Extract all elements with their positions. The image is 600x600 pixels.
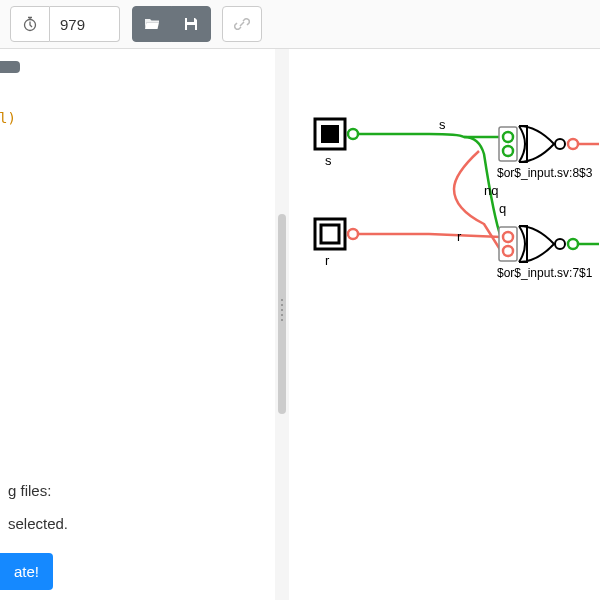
port-r-out	[348, 229, 358, 239]
wire-nq-label: nq	[484, 183, 498, 198]
save-icon	[183, 16, 199, 32]
svg-point-14	[503, 246, 513, 256]
reset-button[interactable]	[10, 6, 50, 42]
stopwatch-icon	[22, 16, 38, 32]
folder-open-icon	[144, 16, 160, 32]
svg-point-11	[568, 139, 578, 149]
svg-point-15	[555, 239, 565, 249]
simulate-button[interactable]: ate!	[0, 553, 53, 590]
save-button[interactable]	[171, 6, 211, 42]
info-line: selected.	[8, 507, 68, 540]
input-s[interactable]	[315, 119, 345, 149]
splitter-grip-icon	[279, 299, 285, 321]
svg-rect-2	[187, 25, 195, 30]
svg-rect-1	[187, 18, 194, 22]
editor-panel: te model) ( nq); q); g files: selected. …	[0, 49, 275, 600]
svg-point-13	[503, 232, 513, 242]
link-icon	[234, 16, 250, 32]
svg-rect-6	[321, 225, 339, 243]
circuit-diagram[interactable]: s r s r nq q $or$_input.	[309, 109, 600, 409]
svg-point-10	[555, 139, 565, 149]
nor-gate-bottom[interactable]	[499, 226, 578, 262]
pane-splitter[interactable]	[275, 49, 289, 600]
info-line: g files:	[8, 474, 68, 507]
svg-point-9	[503, 146, 513, 156]
wire-s-label: s	[439, 117, 446, 132]
wire-q-label: q	[499, 201, 506, 216]
circuit-panel[interactable]: s r s r nq q $or$_input.	[289, 49, 600, 600]
code-editor[interactable]: te model) ( nq); q);	[0, 49, 275, 263]
toolbar	[0, 0, 600, 49]
main-area: te model) ( nq); q); g files: selected. …	[0, 49, 600, 600]
input-r[interactable]	[315, 219, 345, 249]
port-s-out	[348, 129, 358, 139]
wire-s	[347, 134, 501, 137]
file-tab[interactable]	[0, 61, 20, 73]
code-line: te model)	[0, 110, 16, 126]
file-group	[132, 6, 211, 42]
time-group	[10, 6, 120, 42]
gate-bottom-label: $or$_input.sv:7$1	[497, 266, 593, 280]
time-input[interactable]	[50, 6, 120, 42]
svg-rect-4	[321, 125, 339, 143]
svg-point-8	[503, 132, 513, 142]
link-button[interactable]	[222, 6, 262, 42]
info-text: g files: selected.	[0, 474, 76, 540]
input-r-label: r	[325, 253, 330, 268]
open-button[interactable]	[132, 6, 172, 42]
nor-gate-top[interactable]	[499, 126, 578, 162]
gate-top-label: $or$_input.sv:8$3	[497, 166, 593, 180]
input-s-label: s	[325, 153, 332, 168]
svg-point-16	[568, 239, 578, 249]
wire-r	[347, 234, 501, 237]
wire-r-label: r	[457, 229, 462, 244]
